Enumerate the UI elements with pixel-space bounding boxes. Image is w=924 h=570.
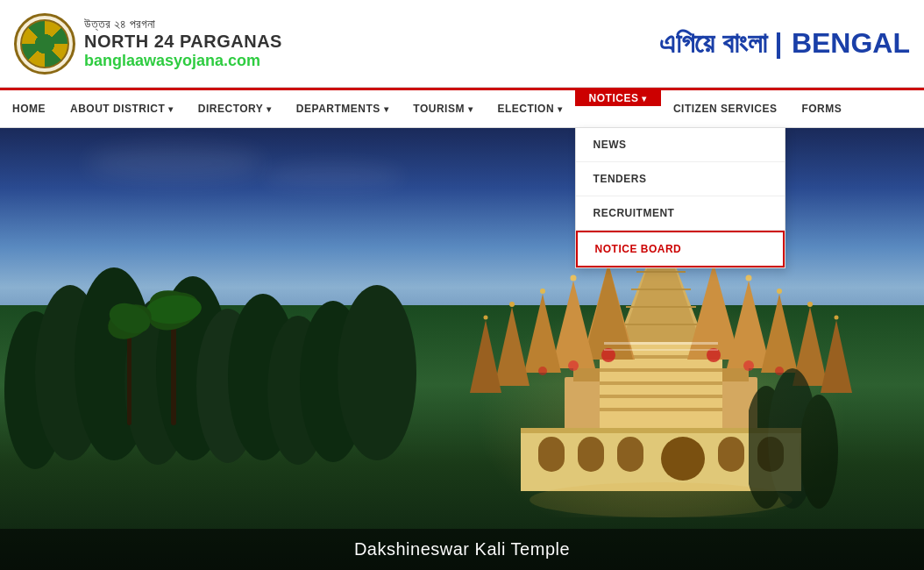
svg-point-68 xyxy=(538,367,547,375)
nav-directory[interactable]: DIRECTORY ▾ xyxy=(186,90,284,127)
cloud-decoration xyxy=(263,163,403,189)
svg-point-53 xyxy=(807,302,813,307)
hero-section: Dakshineswar Kali Temple xyxy=(0,128,924,570)
svg-rect-71 xyxy=(604,349,718,351)
nav-notices[interactable]: NOTICES ▾ xyxy=(575,90,661,106)
header-brand: এগিয়ে বাংলা | BENGAL xyxy=(659,27,910,60)
chevron-down-icon: ▾ xyxy=(468,104,473,114)
dropdown-news[interactable]: NEWS xyxy=(576,128,785,162)
svg-point-51 xyxy=(484,316,488,320)
hero-caption: Dakshineswar Kali Temple xyxy=(0,529,924,570)
svg-rect-70 xyxy=(604,342,718,345)
svg-point-75 xyxy=(800,395,838,509)
svg-rect-60 xyxy=(617,437,643,472)
chevron-down-icon: ▾ xyxy=(384,104,389,114)
header-text-block: উত্তর ২৪ পরগনা NORTH 24 PARGANAS banglaa… xyxy=(84,17,659,70)
brand-bengali: এগিয়ে বাংলা xyxy=(659,27,767,59)
chevron-down-icon: ▾ xyxy=(267,104,272,114)
nav-departments[interactable]: DEPARTMENTS ▾ xyxy=(284,90,401,127)
dropdown-recruitment[interactable]: RECRUITMENT xyxy=(576,196,785,231)
site-logo xyxy=(14,13,75,75)
svg-rect-22 xyxy=(600,368,722,372)
svg-point-55 xyxy=(835,316,839,320)
nav-election[interactable]: ELECTION ▾ xyxy=(485,90,574,127)
nav-citizen-services[interactable]: CITIZEN SERVICES xyxy=(661,90,789,127)
chevron-down-icon: ▾ xyxy=(558,104,563,114)
svg-point-39 xyxy=(571,275,577,281)
nav-tourism[interactable]: TOURISM ▾ xyxy=(401,90,485,127)
svg-point-41 xyxy=(540,289,545,294)
header-bengali-title: উত্তর ২৪ পরগনা xyxy=(84,17,659,32)
svg-point-45 xyxy=(746,275,752,281)
svg-rect-24 xyxy=(600,395,722,398)
main-navbar: HOME ABOUT DISTRICT ▾ DIRECTORY ▾ DEPART… xyxy=(0,88,924,128)
svg-point-49 xyxy=(509,302,515,307)
svg-rect-62 xyxy=(718,437,744,472)
nav-home[interactable]: HOME xyxy=(0,90,58,127)
svg-point-66 xyxy=(568,360,579,371)
notices-dropdown: NEWS TENDERS RECRUITMENT NOTICE BOARD xyxy=(575,127,785,268)
dropdown-tenders[interactable]: TENDERS xyxy=(576,162,785,196)
svg-rect-25 xyxy=(600,408,722,411)
nav-forms[interactable]: FORMS xyxy=(789,90,854,127)
nav-notices-container: NOTICES ▾ NEWS TENDERS RECRUITMENT NOTIC… xyxy=(575,90,661,127)
svg-rect-23 xyxy=(600,381,722,385)
svg-rect-59 xyxy=(578,437,604,472)
brand-english: BENGAL xyxy=(792,27,910,59)
caption-text: Dakshineswar Kali Temple xyxy=(354,539,570,559)
brand-separator: | xyxy=(774,27,782,59)
trees-right-svg xyxy=(749,342,924,517)
svg-rect-58 xyxy=(538,437,565,472)
cloud-decoration xyxy=(88,146,263,181)
chevron-down-icon: ▾ xyxy=(168,104,174,114)
chevron-down-icon: ▾ xyxy=(642,94,647,103)
svg-rect-61 xyxy=(661,437,705,481)
trees-svg xyxy=(0,232,421,513)
svg-point-47 xyxy=(777,289,782,294)
nav-about-district[interactable]: ABOUT DISTRICT ▾ xyxy=(58,90,186,127)
site-header: উত্তর ২৪ পরগনা NORTH 24 PARGANAS banglaa… xyxy=(0,0,924,88)
header-website: banglaawasyojana.com xyxy=(84,52,659,70)
header-english-title: NORTH 24 PARGANAS xyxy=(84,32,659,52)
dropdown-notice-board[interactable]: NOTICE BOARD xyxy=(576,231,785,267)
